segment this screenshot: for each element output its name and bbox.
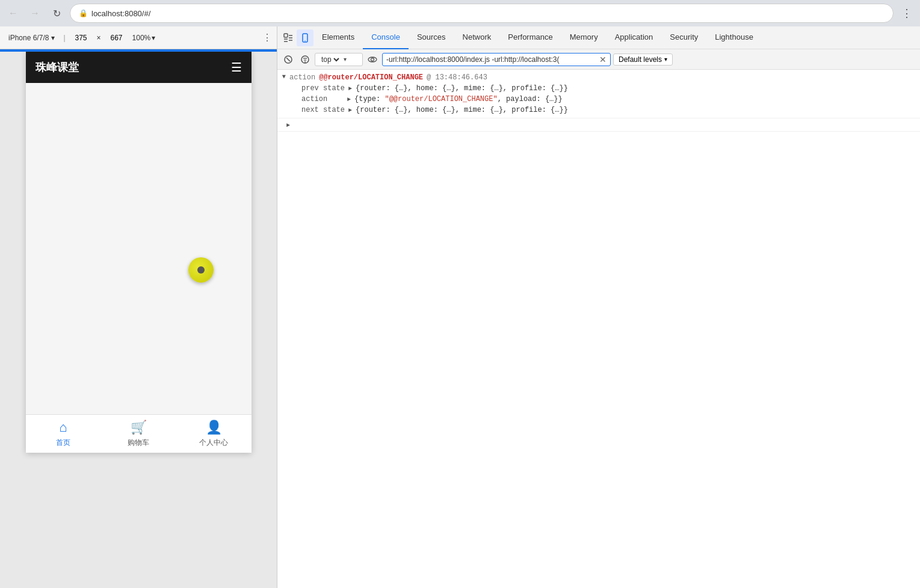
log-action-sub: action ► {type: "@@router/LOCATION_CHANG… <box>289 94 915 105</box>
browser-chrome: ← → ↻ 🔒 localhost:8080/#/ ⋮ <box>0 0 920 26</box>
tab-performance[interactable]: Performance <box>499 26 561 49</box>
profile-icon: 👤 <box>206 420 222 435</box>
height-input[interactable] <box>106 34 128 42</box>
main-area: iPhone 6/7/8 ▾ | × 100% ▾ ⋮ 珠峰课堂 ☰ <box>0 26 920 588</box>
back-button[interactable]: ← <box>5 5 22 22</box>
cart-label: 购物车 <box>128 438 149 448</box>
devtools-tabs: Elements Console Sources Network Perform… <box>277 26 920 49</box>
console-clear-button[interactable] <box>281 52 295 67</box>
tab-console[interactable]: Console <box>363 26 409 49</box>
home-icon: ⌂ <box>59 420 67 435</box>
log-prev-state: prev state ► {router: {…}, home: {…}, mi… <box>289 83 915 94</box>
context-arrow-icon: ▾ <box>344 56 347 63</box>
device-toggle-button[interactable] <box>297 29 313 46</box>
action-sub-arrow-icon[interactable]: ► <box>347 96 351 103</box>
next-state-arrow-icon[interactable]: ► <box>348 107 352 114</box>
dim-x: × <box>97 34 101 42</box>
log-action-header: action @@router/LOCATION_CHANGE @ 13:48:… <box>289 72 915 83</box>
svg-point-2 <box>304 40 306 41</box>
width-input[interactable] <box>70 34 92 42</box>
hamburger-icon[interactable]: ☰ <box>231 60 242 75</box>
toolbar-more-button[interactable]: ⋮ <box>262 32 272 43</box>
devtools-panel: Elements Console Sources Network Perform… <box>277 26 920 588</box>
zoom-value: 100% <box>132 34 151 42</box>
default-levels-dropdown[interactable]: Default levels ▾ <box>613 54 673 66</box>
reload-button[interactable]: ↻ <box>48 5 65 22</box>
console-toolbar: top ▾ ✕ Default levels ▾ <box>277 49 920 70</box>
app-header: 珠峰课堂 ☰ <box>26 52 252 83</box>
context-select[interactable]: top <box>319 55 341 64</box>
tab-memory[interactable]: Memory <box>561 26 607 49</box>
action-name: @@router/LOCATION_CHANGE <box>319 73 423 82</box>
browser-toolbar: ← → ↻ 🔒 localhost:8080/#/ ⋮ <box>0 0 920 26</box>
footer-tab-cart[interactable]: 🛒 购物车 <box>101 415 176 453</box>
log-gutter: ► <box>277 72 289 80</box>
mobile-preview: iPhone 6/7/8 ▾ | × 100% ▾ ⋮ 珠峰课堂 ☰ <box>0 26 277 588</box>
phone-frame: 珠峰课堂 ☰ ⌂ 首页 🛒 购物车 <box>26 52 252 453</box>
default-levels-arrow-icon: ▾ <box>664 56 667 63</box>
security-icon: 🔒 <box>79 9 88 17</box>
app-content <box>26 83 252 414</box>
filter-input[interactable] <box>386 55 597 64</box>
tab-security[interactable]: Security <box>661 26 706 49</box>
dim-separator: | <box>63 34 65 42</box>
expand-arrow-icon[interactable]: ► <box>280 75 286 78</box>
prev-state-arrow-icon[interactable]: ► <box>348 85 352 92</box>
eye-button[interactable] <box>365 52 380 67</box>
log-gutter-2: ► <box>282 121 294 129</box>
loading-inner <box>197 266 205 274</box>
log-next-state: next state ► {router: {…}, home: {…}, mi… <box>289 105 915 115</box>
default-levels-label: Default levels <box>619 55 662 64</box>
device-selector[interactable]: iPhone 6/7/8 ▾ <box>5 32 58 43</box>
home-label: 首页 <box>56 438 70 448</box>
prev-state-label: prev state <box>301 84 345 93</box>
inspect-element-button[interactable] <box>280 29 297 46</box>
filter-close-button[interactable]: ✕ <box>599 55 607 64</box>
context-filter[interactable]: top ▾ <box>315 53 363 66</box>
log-entry-collapsed[interactable]: ► <box>277 118 920 132</box>
forward-button[interactable]: → <box>26 5 43 22</box>
footer-tab-home[interactable]: ⌂ 首页 <box>26 415 101 453</box>
tab-elements[interactable]: Elements <box>313 26 363 49</box>
next-state-value: {router: {…}, home: {…}, mime: {…}, prof… <box>356 106 568 114</box>
footer-tab-profile[interactable]: 👤 个人中心 <box>176 415 252 453</box>
log-entry-content: action @@router/LOCATION_CHANGE @ 13:48:… <box>289 72 915 115</box>
action-time: @ 13:48:46.643 <box>427 73 487 82</box>
tab-lighthouse[interactable]: Lighthouse <box>706 26 762 49</box>
profile-label: 个人中心 <box>199 438 228 448</box>
tab-sources[interactable]: Sources <box>409 26 454 49</box>
action-label: action <box>289 73 315 82</box>
browser-menu-button[interactable]: ⋮ <box>898 5 915 22</box>
address-bar[interactable]: 🔒 localhost:8080/#/ <box>70 4 894 23</box>
app-footer: ⌂ 首页 🛒 购物车 👤 个人中心 <box>26 414 252 453</box>
log-entry-location-change: ► action @@router/LOCATION_CHANGE @ 13:4… <box>277 70 920 118</box>
app-title: 珠峰课堂 <box>36 60 79 75</box>
device-name: iPhone 6/7/8 <box>8 34 49 42</box>
device-toolbar: iPhone 6/7/8 ▾ | × 100% ▾ ⋮ <box>0 26 277 49</box>
tab-application[interactable]: Application <box>607 26 662 49</box>
prev-state-value: {router: {…}, home: {…}, mime: {…}, prof… <box>356 84 568 93</box>
tab-network[interactable]: Network <box>454 26 500 49</box>
zoom-selector[interactable]: 100% ▾ <box>132 34 156 42</box>
svg-line-4 <box>286 58 290 61</box>
chevron-right-icon[interactable]: ► <box>286 122 290 129</box>
device-screen: 珠峰课堂 ☰ ⌂ 首页 🛒 购物车 <box>0 52 277 588</box>
svg-rect-0 <box>284 34 288 37</box>
console-content: ► action @@router/LOCATION_CHANGE @ 13:4… <box>277 70 920 588</box>
next-state-label: next state <box>301 106 345 114</box>
device-arrow-icon: ▾ <box>51 34 55 42</box>
zoom-arrow-icon: ▾ <box>152 34 155 42</box>
cart-icon: 🛒 <box>131 420 147 435</box>
action-sub-label: action <box>301 95 344 103</box>
loading-spinner <box>188 257 214 283</box>
svg-point-10 <box>371 58 374 61</box>
filter-input-container[interactable]: ✕ <box>382 53 611 66</box>
console-filter-button[interactable] <box>298 52 312 67</box>
url-text: localhost:8080/#/ <box>91 9 150 18</box>
action-sub-value: {type: "@@router/LOCATION_CHANGE", paylo… <box>354 95 563 103</box>
